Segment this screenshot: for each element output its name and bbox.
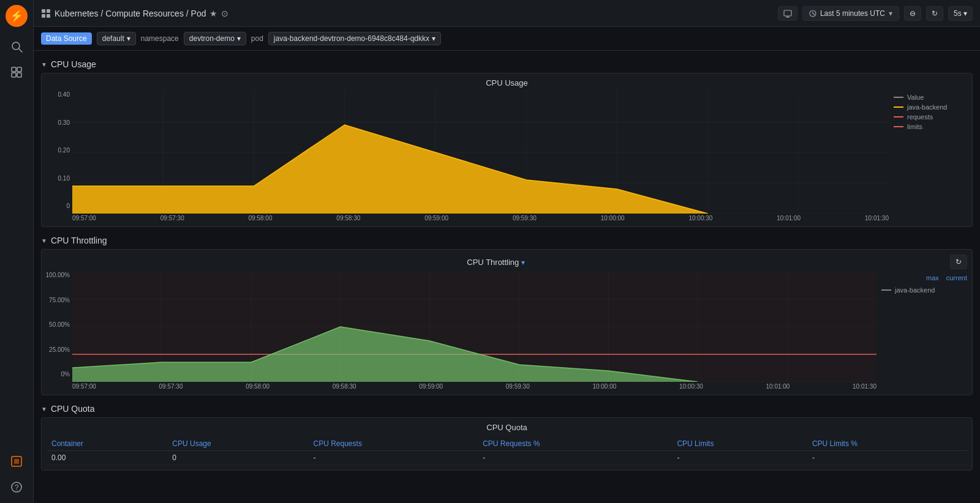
plugin-icon[interactable] xyxy=(6,450,28,472)
svg-rect-14 xyxy=(42,14,45,18)
x-label-5: 09:59:30 xyxy=(513,215,537,222)
svg-line-21 xyxy=(813,13,815,15)
cpu-quota-panel: CPU Quota Container CPU Usage CPU Reques… xyxy=(41,417,973,471)
data-source-label: Data Source xyxy=(41,32,92,45)
cpu-usage-chart-area: 0.40 0.30 0.20 0.10 0 xyxy=(47,91,967,222)
x-label-4: 09:59:00 xyxy=(424,215,448,222)
app-logo[interactable]: ⚡ xyxy=(6,5,28,27)
grid-icon[interactable] xyxy=(6,61,28,83)
svg-rect-4 xyxy=(12,67,16,72)
cpu-throttling-refresh-button[interactable]: ↻ xyxy=(950,255,967,269)
cpu-quota-table-head: Container CPU Usage CPU Requests CPU Req… xyxy=(47,437,967,451)
pod-dropdown[interactable]: java-backend-devtron-demo-6948c8c484-qdk… xyxy=(268,32,441,45)
question-icon[interactable]: ? xyxy=(6,476,28,498)
tx-label-9: 10:01:30 xyxy=(853,383,876,390)
cpu-throttling-chart-area: 100.00% 75.00% 50.00% 25.00% 0% xyxy=(47,272,967,390)
legend-limits: limits xyxy=(894,123,967,130)
svg-marker-35 xyxy=(72,125,889,214)
screen-button[interactable] xyxy=(778,6,797,21)
tx-label-5: 09:59:30 xyxy=(506,383,530,390)
cpu-quota-header-row: Container CPU Usage CPU Requests CPU Req… xyxy=(47,437,967,451)
y-label-4: 0 xyxy=(66,203,70,209)
cpu-throttling-header[interactable]: ▼ CPU Throttling xyxy=(34,232,980,249)
cpu-throttling-legend: max current java-backend xyxy=(881,272,967,390)
refresh-button[interactable]: ↻ xyxy=(926,6,943,21)
cpu-throttling-section: ▼ CPU Throttling CPU Throttling ▾ ↻ xyxy=(34,232,980,395)
cpu-usage-chart-panel: CPU Usage 0.40 0.30 0.20 0.10 0 xyxy=(41,73,973,227)
svg-rect-6 xyxy=(12,73,16,77)
sidebar-bottom: ? xyxy=(6,450,28,498)
x-label-6: 10:00:00 xyxy=(601,215,625,222)
y-label-0: 0.40 xyxy=(58,91,70,98)
tx-label-7: 10:00:30 xyxy=(679,383,703,390)
ty-label-2: 50.00% xyxy=(49,321,70,328)
tx-label-0: 09:57:00 xyxy=(72,383,96,390)
main-content: Kubernetes / Compute Resources / Pod ★ ⊙… xyxy=(34,0,980,503)
namespace-dropdown[interactable]: devtron-demo ▾ xyxy=(184,32,246,45)
col-cpu-requests-pct: CPU Requests % xyxy=(478,437,672,451)
cell-cpu-requests: - xyxy=(309,451,478,465)
svg-text:?: ? xyxy=(15,483,19,492)
breadcrumb-text: Kubernetes / Compute Resources / Pod xyxy=(55,9,206,18)
clock-icon xyxy=(809,10,816,17)
x-label-0: 09:57:00 xyxy=(72,215,96,222)
data-source-dropdown[interactable]: default ▾ xyxy=(97,32,136,45)
refresh-rate-select[interactable]: 5s ▾ xyxy=(948,6,973,21)
pod-value: java-backend-devtron-demo-6948c8c484-qdk… xyxy=(274,34,429,43)
cpu-quota-header[interactable]: ▼ CPU Quota xyxy=(34,400,980,417)
svg-rect-15 xyxy=(47,14,50,18)
filterbar: Data Source default ▾ namespace devtron-… xyxy=(34,27,980,51)
sidebar: ⚡ ? xyxy=(0,0,34,503)
ty-label-0: 100.00% xyxy=(46,272,70,278)
cpu-throttling-chart-title-text: CPU Throttling xyxy=(467,258,519,267)
x-label-8: 10:01:00 xyxy=(777,215,801,222)
share-button[interactable]: ⊙ xyxy=(221,9,228,18)
cpu-quota-chevron: ▼ xyxy=(41,406,47,412)
cpu-quota-title: CPU Quota xyxy=(51,404,95,414)
svg-rect-9 xyxy=(14,459,19,464)
refresh-rate-label: 5s ▾ xyxy=(954,9,967,18)
cpu-usage-svg xyxy=(72,91,889,214)
svg-text:⚡: ⚡ xyxy=(10,9,24,23)
cpu-throttling-yaxis: 100.00% 75.00% 50.00% 25.00% 0% xyxy=(47,272,72,390)
time-range-picker[interactable]: Last 5 minutes UTC ▾ xyxy=(802,6,899,21)
cpu-usage-xaxis: 09:57:00 09:57:30 09:58:00 09:58:30 09:5… xyxy=(72,215,889,222)
time-range-label: Last 5 minutes UTC xyxy=(820,9,885,18)
y-label-1: 0.30 xyxy=(58,119,70,126)
cpu-throttling-dropdown-arrow[interactable]: ▾ xyxy=(521,258,525,267)
legend-java-backend-throttle: java-backend xyxy=(881,286,967,294)
legend-current-label: current xyxy=(946,274,967,281)
cpu-usage-yaxis: 0.40 0.30 0.20 0.10 0 xyxy=(47,91,72,222)
cpu-quota-chart-title: CPU Quota xyxy=(47,423,967,432)
cpu-throttling-with-yaxis: 100.00% 75.00% 50.00% 25.00% 0% xyxy=(47,272,876,390)
cpu-quota-table: Container CPU Usage CPU Requests CPU Req… xyxy=(47,437,967,465)
namespace-value: devtron-demo xyxy=(189,34,235,43)
data-source-value: default xyxy=(102,34,124,43)
y-label-3: 0.10 xyxy=(58,175,70,182)
zoom-out-button[interactable]: ⊖ xyxy=(904,6,921,21)
cpu-throttling-chevron: ▼ xyxy=(41,237,47,244)
x-label-9: 10:01:30 xyxy=(865,215,889,222)
pod-chevron: ▾ xyxy=(432,34,435,43)
legend-java-backend-label: java-backend xyxy=(907,103,947,111)
svg-point-2 xyxy=(12,42,20,50)
star-button[interactable]: ★ xyxy=(209,9,217,18)
svg-rect-12 xyxy=(42,9,45,13)
cpu-quota-table-body: 0.00 0 - - - - xyxy=(47,451,967,465)
cpu-usage-with-yaxis: 0.40 0.30 0.20 0.10 0 xyxy=(47,91,889,222)
cpu-usage-svg-container: 09:57:00 09:57:30 09:58:00 09:58:30 09:5… xyxy=(72,91,889,222)
cpu-throttling-panel-header: CPU Throttling ▾ ↻ xyxy=(47,255,967,269)
cpu-usage-header[interactable]: ▼ CPU Usage xyxy=(34,56,980,73)
cpu-throttling-title: CPU Throttling xyxy=(51,236,107,245)
cpu-usage-chart-title: CPU Usage xyxy=(47,78,967,88)
svg-line-3 xyxy=(19,49,22,52)
search-icon[interactable] xyxy=(6,35,28,58)
namespace-label: namespace xyxy=(141,34,179,43)
topbar-actions: Last 5 minutes UTC ▾ ⊖ ↻ 5s ▾ xyxy=(778,6,973,21)
legend-value-label: Value xyxy=(907,94,924,101)
col-cpu-limits-pct: CPU Limits % xyxy=(807,437,967,451)
cpu-throttling-svg-container: 09:57:00 09:57:30 09:58:00 09:58:30 09:5… xyxy=(72,272,876,390)
legend-value: Value xyxy=(894,94,967,101)
svg-rect-13 xyxy=(47,9,50,13)
ty-label-4: 0% xyxy=(61,371,70,378)
